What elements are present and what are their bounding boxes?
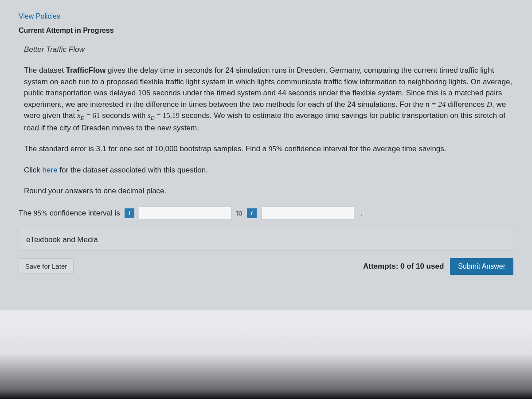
to-label: to [236,209,243,218]
ci-lower-input[interactable] [139,207,232,220]
question-paragraph-1: The dataset TrafficFlow gives the delay … [24,65,513,133]
view-policies-link[interactable]: View Policies [19,12,60,20]
dataset-link[interactable]: here [43,166,58,174]
answer-label: The 95% confidence interval is [19,209,120,218]
dataset-line: Click here for the dataset associated wi… [24,164,513,176]
bottom-vignette [0,324,532,399]
attempts-text: Attempts: 0 of 10 used [363,262,444,271]
footer-row: Save for Later Attempts: 0 of 10 used Su… [19,258,513,275]
info-icon[interactable]: i [247,208,257,218]
question-paragraph-2: The standard error is 3.1 for one set of… [24,143,513,155]
etextbook-media-link[interactable]: eTextbook and Media [26,235,98,244]
attempt-status: Current Attempt in Progress [19,27,513,35]
answer-row: The 95% confidence interval is i to i . [19,207,513,220]
save-for-later-button[interactable]: Save for Later [19,258,74,274]
period: . [360,209,363,218]
ci-upper-input[interactable] [261,207,354,220]
submit-answer-button[interactable]: Submit Answer [450,258,513,275]
question-title: Better Traffic Flow [24,45,513,54]
rounding-instruction: Round your answers to one decimal place. [24,185,513,197]
info-icon[interactable]: i [125,208,134,218]
etextbook-media-box[interactable]: eTextbook and Media [19,229,513,251]
